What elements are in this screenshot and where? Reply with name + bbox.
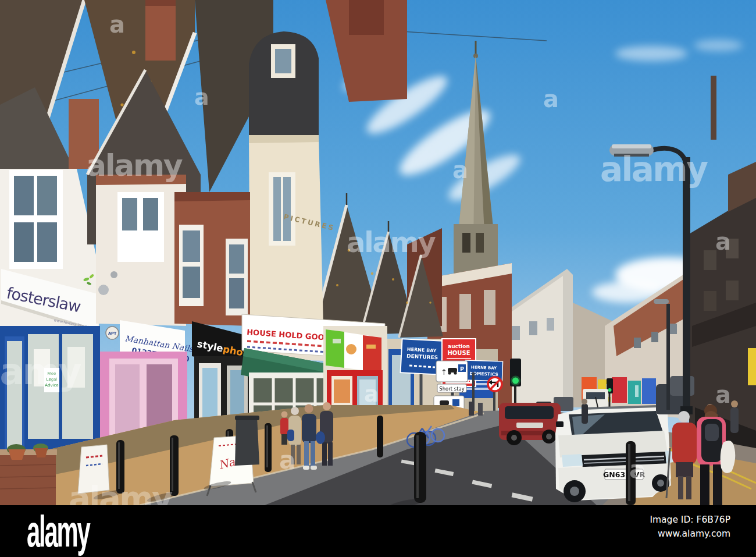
satellite-dish-icon — [98, 285, 109, 295]
no-left-turn-sign — [488, 377, 502, 391]
alamy-url: www.alamy.com — [650, 527, 730, 541]
svg-text:Advice: Advice — [45, 383, 58, 388]
image-id: Image ID: F6B76P — [650, 513, 730, 527]
alamy-footer-bar: alamy Image ID: F6B76P www.alamy.com — [0, 505, 756, 557]
svg-text:Free: Free — [48, 371, 56, 376]
street-photo: PICTURES fosterslaw www.fosters-law.co.u… — [0, 0, 756, 505]
svg-text:P: P — [460, 366, 464, 372]
satellite-dish-icon — [110, 271, 117, 278]
svg-text:HERNE BAY: HERNE BAY — [471, 365, 497, 371]
parking-sign-short-stay: ↑ P Short stay — [436, 361, 468, 392]
small-a-board — [78, 445, 109, 494]
short-stay-text: Short stay — [439, 386, 465, 392]
svg-text:HOUSE: HOUSE — [447, 350, 470, 356]
foreground-wall — [0, 444, 57, 505]
alamy-logo: alamy — [27, 505, 90, 557]
footer-meta: Image ID: F6B76P www.alamy.com — [650, 513, 730, 541]
fosterslaw-shop: fosterslaw www.fosters-law.co.uk Free Le… — [0, 87, 100, 485]
white-duster: GN63 GVR — [555, 397, 673, 502]
number-plate-text: GN63 GVR — [603, 470, 645, 479]
wheelie-bin — [235, 416, 259, 466]
apt-badge: APT — [106, 327, 119, 339]
svg-text:Legal: Legal — [47, 377, 58, 382]
red-suv — [499, 403, 561, 445]
free-legal-advice-poster: Free Legal Advice — [44, 368, 59, 392]
svg-text:APT: APT — [108, 331, 117, 336]
svg-text:auction: auction — [448, 343, 470, 349]
svg-text:↑: ↑ — [441, 368, 447, 377]
stock-photo-page: PICTURES fosterslaw www.fosters-law.co.u… — [0, 0, 756, 557]
